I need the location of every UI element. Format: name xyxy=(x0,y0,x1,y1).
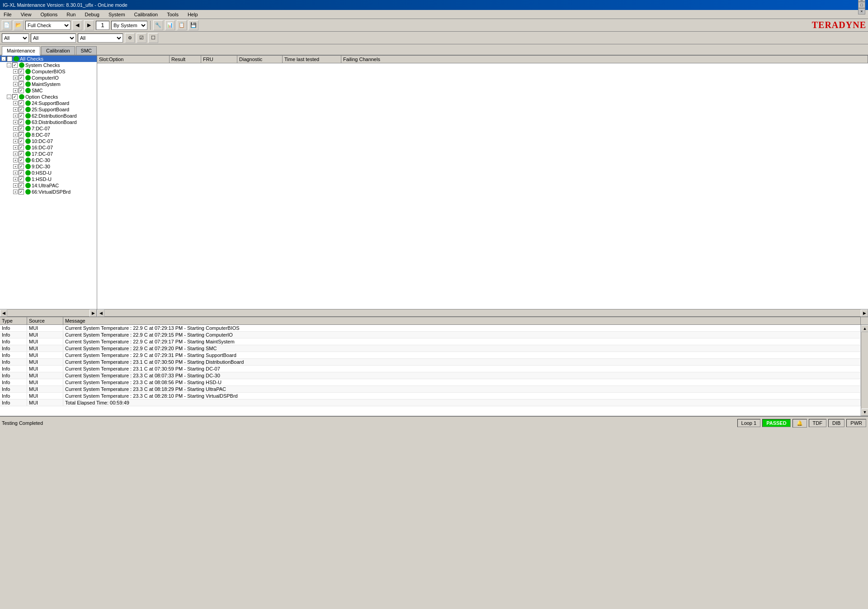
expander-1-hsdu[interactable]: + xyxy=(13,177,18,181)
tree-item-8-dc07[interactable]: + ✓ 8:DC-07 xyxy=(0,132,97,138)
expander-maint-system[interactable]: + xyxy=(13,82,18,86)
tree-item-62-dist[interactable]: + ✓ 62:DistributionBoard xyxy=(0,113,97,119)
filter-icon-btn[interactable]: ⚙ xyxy=(125,33,135,43)
tab-calibration[interactable]: Calibration xyxy=(41,46,75,55)
cb-1-hsdu[interactable]: ✓ xyxy=(19,176,24,182)
tree-item-63-dist[interactable]: + ✓ 63:DistributionBoard xyxy=(0,119,97,125)
filter-select-2[interactable]: All xyxy=(31,33,76,43)
tool-btn-2[interactable]: 📊 xyxy=(165,20,175,30)
menu-help[interactable]: Help xyxy=(186,11,200,18)
cb-system-checks[interactable]: ✓ xyxy=(12,62,18,68)
cb-24-support[interactable]: ✓ xyxy=(19,100,24,106)
tree-item-computer-bios[interactable]: + ✓ ComputerBIOS xyxy=(0,68,97,75)
log-scroll-track[interactable] xyxy=(861,332,868,409)
menu-system[interactable]: System xyxy=(107,11,127,18)
run-mode-select[interactable]: By System xyxy=(111,21,147,30)
expander-6-dc30[interactable]: + xyxy=(13,158,18,162)
expander-0-hsdu[interactable]: + xyxy=(13,171,18,175)
cb-63-dist[interactable]: ✓ xyxy=(19,119,24,125)
tree-item-1-hsdu[interactable]: + ✓ 1:HSD-U xyxy=(0,176,97,182)
filter-select-3[interactable]: All xyxy=(78,33,123,43)
tree-item-66-vdsp[interactable]: + ✓ 66:VirtualDSPBrd xyxy=(0,189,97,195)
tab-smc[interactable]: SMC xyxy=(76,46,97,55)
expander-computer-io[interactable]: + xyxy=(13,76,18,80)
tree-scroll-right[interactable]: ▶ xyxy=(90,309,97,317)
run-count-input[interactable] xyxy=(96,21,109,30)
maximize-button[interactable]: □ xyxy=(858,2,865,8)
expander-7-dc07[interactable]: + xyxy=(13,126,18,131)
cb-option-checks[interactable]: ✓ xyxy=(12,94,18,100)
tree-item-computer-io[interactable]: + ✓ ComputerIO xyxy=(0,75,97,81)
filter-select-1[interactable]: All xyxy=(2,33,29,43)
expander-9-dc30[interactable]: + xyxy=(13,164,18,169)
results-scroll-left[interactable]: ◀ xyxy=(97,309,104,317)
expander-system-checks[interactable]: - xyxy=(7,63,11,67)
cb-computer-io[interactable]: ✓ xyxy=(19,75,24,81)
cb-10-dc07[interactable]: ✓ xyxy=(19,138,24,144)
menu-debug[interactable]: Debug xyxy=(83,11,101,18)
go-back-button[interactable]: ◀ xyxy=(72,20,82,30)
cb-6-dc30[interactable]: ✓ xyxy=(19,157,24,163)
menu-options[interactable]: Options xyxy=(38,11,59,18)
tree-item-option-checks[interactable]: - ✓ Option Checks xyxy=(0,94,97,100)
open-button[interactable]: 📂 xyxy=(14,20,24,30)
expander-10-dc07[interactable]: + xyxy=(13,139,18,143)
uncheck-all-btn[interactable]: ☐ xyxy=(148,33,158,43)
expander-all-checks[interactable]: - xyxy=(1,57,6,61)
cb-0-hsdu[interactable]: ✓ xyxy=(19,170,24,176)
cb-62-dist[interactable]: ✓ xyxy=(19,113,24,119)
cb-computer-bios[interactable]: ✓ xyxy=(19,69,24,74)
tree-item-10-dc07[interactable]: + ✓ 10:DC-07 xyxy=(0,138,97,144)
expander-63-dist[interactable]: + xyxy=(13,120,18,124)
expander-66-vdsp[interactable]: + xyxy=(13,190,18,194)
menu-run[interactable]: Run xyxy=(65,11,77,18)
results-scroll-right[interactable]: ▶ xyxy=(861,309,868,317)
cb-17-dc07[interactable]: ✓ xyxy=(19,151,24,157)
tree-scroll-track[interactable] xyxy=(7,309,90,316)
run-button[interactable]: ▶ xyxy=(84,20,94,30)
tool-btn-1[interactable]: 🔧 xyxy=(153,20,163,30)
tree-item-16-dc07[interactable]: + ✓ 16:DC-07 xyxy=(0,144,97,151)
tree-item-system-checks[interactable]: - ✓ System Checks xyxy=(0,62,97,68)
cb-8-dc07[interactable]: ✓ xyxy=(19,132,24,138)
expander-8-dc07[interactable]: + xyxy=(13,133,18,137)
cb-14-ultrapac[interactable]: ✓ xyxy=(19,183,24,188)
expander-24-support[interactable]: + xyxy=(13,101,18,105)
tool-btn-3[interactable]: 📋 xyxy=(177,20,187,30)
tool-btn-4[interactable]: 💾 xyxy=(189,20,198,30)
tree-item-6-dc30[interactable]: + ✓ 6:DC-30 xyxy=(0,157,97,163)
expander-option-checks[interactable]: - xyxy=(7,95,11,99)
new-button[interactable]: 📄 xyxy=(2,20,12,30)
tree-item-7-dc07[interactable]: + ✓ 7:DC-07 xyxy=(0,125,97,132)
cb-9-dc30[interactable]: ✓ xyxy=(19,164,24,169)
cb-66-vdsp[interactable]: ✓ xyxy=(19,189,24,195)
log-scroll-up-btn[interactable]: ▲ xyxy=(861,325,868,332)
cb-16-dc07[interactable]: ✓ xyxy=(19,145,24,150)
tree-item-17-dc07[interactable]: + ✓ 17:DC-07 xyxy=(0,151,97,157)
close-button[interactable]: × xyxy=(858,8,865,14)
tree-item-24-support[interactable]: + ✓ 24:SupportBoard xyxy=(0,100,97,106)
cb-smc[interactable]: ✓ xyxy=(19,88,24,93)
expander-62-dist[interactable]: + xyxy=(13,114,18,118)
check-all-btn[interactable]: ☑ xyxy=(137,33,146,43)
expander-computer-bios[interactable]: + xyxy=(13,69,18,74)
tree-item-all-checks[interactable]: - ✓ All Checks xyxy=(0,56,97,62)
menu-tools[interactable]: Tools xyxy=(165,11,180,18)
tree-item-0-hsdu[interactable]: + ✓ 0:HSD-U xyxy=(0,170,97,176)
cb-maint-system[interactable]: ✓ xyxy=(19,81,24,87)
tab-maintenance[interactable]: Maintenance xyxy=(2,46,40,56)
tree-item-14-ultrapac[interactable]: + ✓ 14:UltraPAC xyxy=(0,182,97,189)
menu-file[interactable]: File xyxy=(2,11,14,18)
expander-17-dc07[interactable]: + xyxy=(13,152,18,156)
cb-25-support[interactable]: ✓ xyxy=(19,107,24,112)
cb-7-dc07[interactable]: ✓ xyxy=(19,126,24,131)
tree-item-25-support[interactable]: + ✓ 25:SupportBoard xyxy=(0,106,97,113)
expander-smc[interactable]: + xyxy=(13,88,18,93)
menu-view[interactable]: View xyxy=(19,11,33,18)
tree-scroll-left[interactable]: ◀ xyxy=(0,309,7,317)
tree-item-9-dc30[interactable]: + ✓ 9:DC-30 xyxy=(0,163,97,170)
check-mode-select[interactable]: Full Check xyxy=(25,21,71,30)
expander-25-support[interactable]: + xyxy=(13,107,18,112)
menu-calibration[interactable]: Calibration xyxy=(132,11,160,18)
tree-item-smc[interactable]: + ✓ SMC xyxy=(0,87,97,94)
